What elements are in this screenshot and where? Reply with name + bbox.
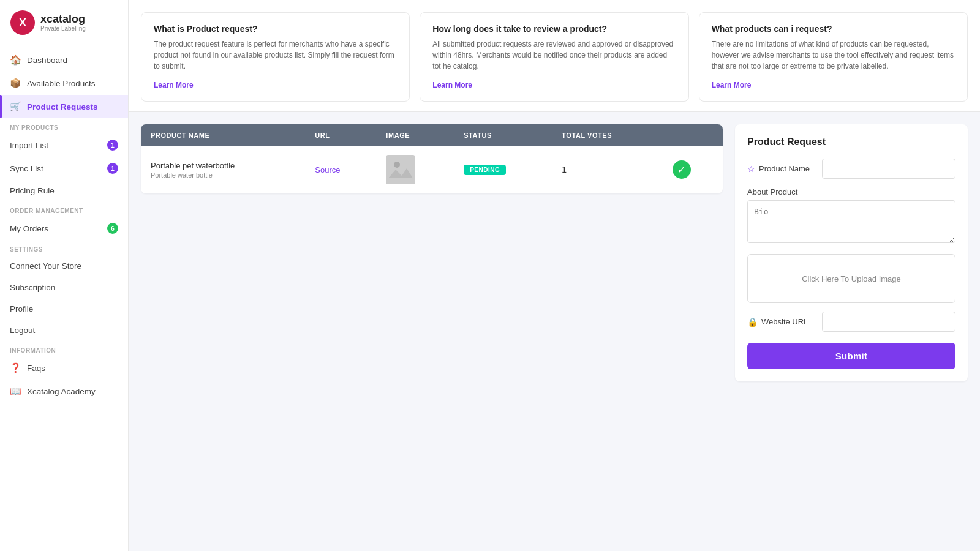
table-header: PRODUCT NAME URL IMAGE STATUS TOTAL VOTE… xyxy=(141,124,723,146)
lock-icon: 🔒 xyxy=(747,317,758,327)
svg-text:X: X xyxy=(19,17,26,29)
cell-product-name: Portable pet waterbottle Portable water … xyxy=(141,146,305,193)
info-card-0-title: What is Product request? xyxy=(154,24,397,34)
cell-image xyxy=(376,146,454,193)
pricing-rule-label: Pricing Rule xyxy=(10,186,55,195)
product-thumbnail xyxy=(386,155,415,184)
info-card-0-link[interactable]: Learn More xyxy=(154,81,194,89)
sidebar-item-subscription[interactable]: Subscription xyxy=(0,277,128,298)
sidebar: X xcatalog Private Labelling 🏠 Dashboard… xyxy=(0,0,129,551)
website-url-label: 🔒 Website URL xyxy=(747,317,815,327)
info-card-1-link[interactable]: Learn More xyxy=(432,81,472,89)
app-subtitle: Private Labelling xyxy=(40,25,86,32)
table-row: Portable pet waterbottle Portable water … xyxy=(141,146,723,193)
sidebar-nav: 🏠 Dashboard 📦 Available Products 🛒 Produ… xyxy=(0,43,128,551)
academy-label: Xcatalog Academy xyxy=(27,387,96,396)
info-cards-section: What is Product request? The product req… xyxy=(129,0,980,112)
import-list-label: Import List xyxy=(10,141,48,150)
academy-icon: 📖 xyxy=(10,386,21,397)
col-product-name: PRODUCT NAME xyxy=(141,124,305,146)
info-card-1-title: How long does it take to review a produc… xyxy=(432,24,676,34)
website-url-input[interactable] xyxy=(822,312,956,332)
product-name-sub: Portable water bottle xyxy=(151,171,295,179)
product-requests-table-section: PRODUCT NAME URL IMAGE STATUS TOTAL VOTE… xyxy=(141,124,723,193)
website-url-label-text: Website URL xyxy=(761,317,808,326)
col-total-votes: TOTAL VOTES xyxy=(552,124,662,146)
app-title: xcatalog xyxy=(40,13,86,26)
info-card-0-body: The product request feature is perfect f… xyxy=(154,39,397,72)
source-link[interactable]: Source xyxy=(315,165,340,174)
info-card-2: What products can i request? There are n… xyxy=(699,12,968,102)
about-product-textarea[interactable] xyxy=(747,200,956,243)
upload-text: Click Here To Upload Image xyxy=(802,274,901,283)
info-card-1: How long does it take to review a produc… xyxy=(420,12,688,102)
star-icon: ☆ xyxy=(747,164,755,174)
info-card-2-body: There are no limitations of what kind of… xyxy=(712,39,955,72)
sidebar-item-pricing-rule[interactable]: Pricing Rule xyxy=(0,180,128,201)
cell-votes: 1 xyxy=(552,146,662,193)
info-card-1-body: All submitted product requests are revie… xyxy=(432,39,676,72)
faqs-label: Faqs xyxy=(27,364,45,373)
logout-label: Logout xyxy=(10,326,35,335)
sidebar-item-profile[interactable]: Profile xyxy=(0,298,128,320)
sidebar-item-connect-store[interactable]: Connect Your Store xyxy=(0,255,128,277)
product-name-row: ☆ Product Name xyxy=(747,159,956,179)
sidebar-item-import-list[interactable]: Import List 1 xyxy=(0,133,128,157)
product-name-label: ☆ Product Name xyxy=(747,164,815,174)
sidebar-item-sync-list[interactable]: Sync List 1 xyxy=(0,157,128,180)
sidebar-item-product-requests[interactable]: 🛒 Product Requests xyxy=(0,95,128,118)
info-card-2-title: What products can i request? xyxy=(712,24,955,34)
table-body: Portable pet waterbottle Portable water … xyxy=(141,146,723,193)
about-product-group: About Product xyxy=(747,187,956,246)
product-request-form: Product Request ☆ Product Name About Pro… xyxy=(735,124,968,381)
profile-label: Profile xyxy=(10,304,33,313)
col-image: IMAGE xyxy=(376,124,454,146)
submit-button[interactable]: Submit xyxy=(747,343,956,369)
sidebar-item-dashboard[interactable]: 🏠 Dashboard xyxy=(0,48,128,72)
votes-count: 1 xyxy=(562,165,567,174)
connect-store-label: Connect Your Store xyxy=(10,261,81,271)
product-requests-icon: 🛒 xyxy=(10,101,21,112)
sidebar-item-xcatalog-academy[interactable]: 📖 Xcatalog Academy xyxy=(0,380,128,403)
svg-rect-2 xyxy=(386,155,415,184)
info-card-2-link[interactable]: Learn More xyxy=(712,81,752,89)
status-badge: PENDING xyxy=(464,165,506,175)
col-action xyxy=(663,124,723,146)
main-body: PRODUCT NAME URL IMAGE STATUS TOTAL VOTE… xyxy=(129,112,980,551)
cell-status: PENDING xyxy=(454,146,552,193)
approved-check-icon: ✓ xyxy=(673,160,691,179)
faqs-icon: ❓ xyxy=(10,362,21,373)
settings-section-label: SETTINGS xyxy=(0,240,128,255)
sync-list-badge: 1 xyxy=(107,163,118,174)
home-icon: 🏠 xyxy=(10,54,21,66)
panel-title: Product Request xyxy=(747,137,956,148)
sidebar-item-my-orders[interactable]: My Orders 6 xyxy=(0,217,128,240)
svg-point-3 xyxy=(394,162,400,168)
sidebar-item-faqs[interactable]: ❓ Faqs xyxy=(0,356,128,380)
subscription-label: Subscription xyxy=(10,283,55,292)
info-card-0: What is Product request? The product req… xyxy=(141,12,410,102)
product-name-input[interactable] xyxy=(822,159,956,179)
sync-list-label: Sync List xyxy=(10,164,43,173)
about-product-label: About Product xyxy=(747,187,956,197)
sidebar-item-available-products[interactable]: 📦 Available Products xyxy=(0,72,128,95)
my-products-section-label: MY PRODUCTS xyxy=(0,118,128,133)
sidebar-item-product-requests-label: Product Requests xyxy=(27,102,98,111)
product-name-main: Portable pet waterbottle xyxy=(151,161,295,170)
logo-icon: X xyxy=(10,10,36,36)
cell-url: Source xyxy=(305,146,376,193)
sidebar-item-dashboard-label: Dashboard xyxy=(27,56,67,65)
upload-image-box[interactable]: Click Here To Upload Image xyxy=(747,254,956,303)
cell-action: ✓ xyxy=(663,146,723,193)
logo-text: xcatalog Private Labelling xyxy=(40,13,86,32)
product-requests-table: PRODUCT NAME URL IMAGE STATUS TOTAL VOTE… xyxy=(141,124,723,193)
sidebar-item-available-products-label: Available Products xyxy=(27,79,96,88)
col-status: STATUS xyxy=(454,124,552,146)
main-content-area: What is Product request? The product req… xyxy=(129,0,980,551)
info-section-label: INFORMATION xyxy=(0,341,128,356)
my-orders-badge: 6 xyxy=(107,223,118,234)
order-management-section-label: ORDER MANAGEMENT xyxy=(0,201,128,217)
website-url-row: 🔒 Website URL xyxy=(747,312,956,332)
sidebar-item-logout[interactable]: Logout xyxy=(0,320,128,341)
import-list-badge: 1 xyxy=(107,140,118,151)
